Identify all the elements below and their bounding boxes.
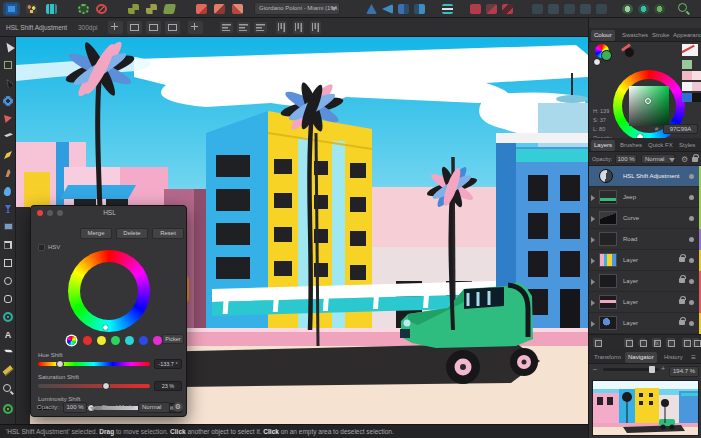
align-top-icon[interactable] bbox=[580, 4, 591, 14]
tab-history[interactable]: History bbox=[661, 352, 686, 363]
persona-pixel-icon[interactable] bbox=[26, 4, 37, 14]
tab-layers[interactable]: Layers bbox=[591, 140, 615, 151]
swatch-pink[interactable] bbox=[682, 71, 692, 80]
bounds-icon[interactable] bbox=[127, 21, 142, 34]
tool-rounded-rectangle[interactable] bbox=[2, 293, 14, 305]
move-anchor-icon[interactable] bbox=[108, 21, 123, 34]
insert-top-icon[interactable] bbox=[654, 4, 665, 14]
tool-pencil[interactable] bbox=[2, 149, 14, 161]
secondary-colour-well[interactable] bbox=[625, 48, 634, 57]
visibility-toggle[interactable] bbox=[689, 174, 694, 179]
fill-colour-well[interactable] bbox=[601, 50, 612, 61]
resize-handles-icon[interactable] bbox=[146, 21, 161, 34]
swatch-blues[interactable] bbox=[139, 336, 148, 345]
flip-horizontal-icon[interactable] bbox=[366, 4, 377, 14]
layer-thumbnail[interactable] bbox=[599, 232, 617, 246]
align-right-icon[interactable] bbox=[564, 4, 575, 14]
tool-transparency[interactable] bbox=[2, 203, 14, 215]
swatch-reds[interactable] bbox=[83, 336, 92, 345]
swatch-green[interactable] bbox=[682, 60, 692, 69]
layer-thumbnail[interactable] bbox=[599, 211, 617, 225]
layers-gear-icon[interactable]: ⚙ bbox=[681, 155, 688, 164]
delete-layer-icon[interactable] bbox=[691, 337, 700, 348]
tool-move[interactable] bbox=[2, 41, 14, 53]
swatch-cyans[interactable] bbox=[125, 336, 134, 345]
layer-row-road[interactable]: Road bbox=[589, 229, 701, 250]
tool-corner[interactable] bbox=[2, 113, 14, 125]
chevron-right-icon[interactable] bbox=[591, 279, 595, 285]
align-top-edges-icon[interactable] bbox=[276, 21, 287, 34]
visibility-toggle[interactable] bbox=[689, 321, 694, 326]
chevron-right-icon[interactable] bbox=[591, 237, 595, 243]
visibility-toggle[interactable] bbox=[689, 279, 694, 284]
lock-icon[interactable] bbox=[679, 320, 685, 325]
chevron-right-icon[interactable] bbox=[591, 300, 595, 306]
delete-button[interactable]: Delete bbox=[116, 228, 148, 239]
chevron-right-icon[interactable] bbox=[591, 321, 595, 327]
layer-row-curve[interactable]: Curve bbox=[589, 208, 701, 229]
ring-selector-dot[interactable] bbox=[103, 325, 108, 330]
visibility-toggle[interactable] bbox=[689, 237, 694, 242]
swatch-pale-pink[interactable] bbox=[692, 71, 701, 80]
reset-button[interactable]: Reset bbox=[152, 228, 184, 239]
hsv-checkbox[interactable] bbox=[38, 244, 45, 251]
swatch-greens[interactable] bbox=[111, 336, 120, 345]
persona-export-icon[interactable] bbox=[46, 4, 57, 14]
flip-vertical-icon[interactable] bbox=[382, 4, 393, 14]
lock-icon[interactable] bbox=[679, 278, 685, 283]
tab-stroke[interactable]: Stroke bbox=[649, 30, 672, 41]
tool-shape[interactable] bbox=[2, 311, 14, 323]
transform-origin-icon[interactable] bbox=[188, 21, 203, 34]
align-center-icon[interactable] bbox=[548, 4, 559, 14]
swatch-white[interactable] bbox=[682, 82, 692, 91]
rotate-cw-icon[interactable] bbox=[414, 4, 425, 14]
transform-cycle-icon[interactable] bbox=[128, 4, 139, 14]
layer-row-buildings[interactable]: Layer bbox=[589, 250, 701, 271]
saturation-shift-track[interactable] bbox=[38, 384, 150, 388]
layers-lock-icon[interactable] bbox=[692, 157, 698, 162]
merge-button[interactable]: Merge bbox=[80, 228, 112, 239]
zoom-value-field[interactable]: 194.7 % bbox=[669, 366, 699, 377]
panel-menu-icon[interactable]: ≡ bbox=[688, 352, 699, 363]
layer-row-jeep[interactable]: Jeep bbox=[589, 187, 701, 208]
snapping-off-icon[interactable] bbox=[96, 4, 107, 14]
insert-inside-icon[interactable] bbox=[622, 4, 633, 14]
tool-text[interactable]: A bbox=[2, 329, 14, 341]
sl-selector-dot[interactable] bbox=[645, 98, 651, 104]
adjustment-icon[interactable] bbox=[637, 337, 648, 348]
rotate-ccw-icon[interactable] bbox=[398, 4, 409, 14]
persona-vector-icon[interactable] bbox=[6, 4, 17, 14]
tool-ruler[interactable] bbox=[2, 365, 14, 377]
tab-appearance[interactable]: Appearance bbox=[670, 30, 692, 41]
saturation-shift-thumb[interactable] bbox=[102, 382, 110, 390]
dialog-opacity-value[interactable]: 100 % bbox=[63, 402, 87, 413]
align-bottom-edges-icon[interactable] bbox=[310, 21, 321, 34]
lock-icon[interactable] bbox=[679, 299, 685, 304]
visibility-toggle[interactable] bbox=[689, 195, 694, 200]
snapping-gear-icon[interactable] bbox=[78, 4, 89, 14]
transform-shear-icon[interactable] bbox=[163, 4, 176, 14]
chevron-right-icon[interactable] bbox=[591, 258, 595, 264]
layers-opacity-value[interactable]: 100 % bbox=[615, 154, 637, 164]
layer-thumbnail[interactable] bbox=[599, 295, 617, 309]
layer-row-hsl-adjustment[interactable]: HSL Shift Adjustment bbox=[589, 166, 701, 187]
align-center-horizontal-icon[interactable] bbox=[237, 22, 250, 33]
colour-selector-well[interactable] bbox=[2, 403, 14, 415]
boolean-intersect-icon[interactable] bbox=[502, 4, 513, 14]
transform-separate-icon[interactable] bbox=[146, 4, 157, 14]
tab-brushes[interactable]: Brushes bbox=[617, 140, 645, 151]
hue-shift-thumb[interactable] bbox=[56, 360, 64, 368]
swatch-blue[interactable] bbox=[682, 93, 692, 102]
visibility-toggle[interactable] bbox=[689, 300, 694, 305]
tab-swatches[interactable]: Swatches bbox=[619, 30, 651, 41]
hsl-dialog[interactable]: HSL Merge Delete Reset HSV Picker Hue Sh… bbox=[30, 205, 187, 417]
swatch-rose[interactable] bbox=[692, 82, 701, 91]
tool-zoom[interactable] bbox=[2, 383, 14, 395]
zoom-slider-thumb[interactable] bbox=[649, 366, 655, 373]
hsl-colour-ring[interactable] bbox=[68, 250, 150, 332]
layer-thumbnail[interactable] bbox=[599, 274, 617, 288]
boolean-add-icon[interactable] bbox=[470, 4, 481, 14]
chevron-right-icon[interactable] bbox=[591, 195, 595, 201]
tool-place-image[interactable] bbox=[2, 221, 14, 233]
align-right-edges-icon[interactable] bbox=[254, 22, 267, 33]
